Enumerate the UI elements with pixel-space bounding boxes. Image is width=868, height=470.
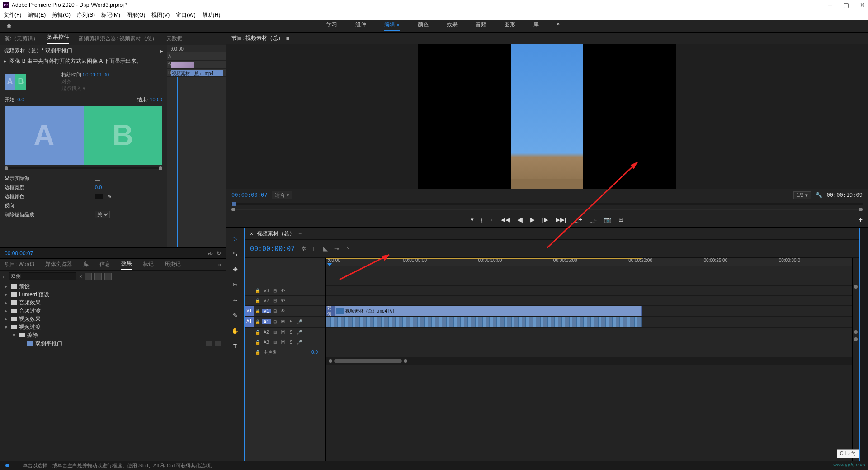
lock-icon[interactable]: 🔒 — [254, 350, 262, 355]
menu-window[interactable]: 窗口(W) — [176, 11, 195, 19]
tab-info[interactable]: 信息 — [99, 261, 110, 268]
ws-effects[interactable]: 效果 — [447, 21, 458, 31]
fx-filter-3-icon[interactable] — [104, 273, 112, 280]
effects-tree-item[interactable]: ▸Lumetri 预设 — [0, 290, 226, 299]
clear-search-icon[interactable]: × — [79, 274, 82, 279]
minimize-button[interactable]: ─ — [828, 1, 832, 9]
v2-sync-icon[interactable]: ⊟ — [271, 298, 279, 303]
v1-clip[interactable]: 双侧 视频素材（总）.mp4 [V] — [326, 306, 642, 316]
timeline-ruler[interactable]: :00:00 00:00:05:00 00:00:10:00 00:00:15:… — [326, 258, 852, 266]
project-tabs-overflow[interactable]: » — [218, 261, 221, 268]
out-button[interactable]: } — [490, 216, 492, 223]
program-tab-menu-icon[interactable]: ≡ — [286, 35, 289, 42]
ws-libraries[interactable]: 库 — [533, 21, 539, 31]
program-zoom-select[interactable]: 适合 ▾ — [272, 191, 292, 199]
v1-sync-icon[interactable]: ⊟ — [271, 309, 279, 313]
tl-wrench-icon[interactable]: ⟍ — [345, 245, 351, 252]
type-tool[interactable]: T — [231, 342, 240, 351]
v1-transition[interactable]: 双侧 — [326, 306, 335, 316]
step-fwd-button[interactable]: |▶ — [542, 216, 548, 223]
ec-mini-timeline[interactable]: :00:00 A fx B视频素材（总）.mp4 — [167, 45, 226, 247]
pen-tool[interactable]: ✎ — [231, 311, 240, 320]
master-level-value[interactable]: 0.0 — [311, 350, 318, 355]
master-expand-icon[interactable]: ⊣ — [321, 350, 326, 355]
v2-target[interactable]: V2 — [262, 298, 271, 303]
wrench-icon[interactable]: 🔧 — [816, 192, 822, 198]
ec-start-value[interactable]: 0.0 — [17, 97, 24, 102]
lock-icon[interactable]: 🔒 — [254, 309, 262, 313]
tl-snap-icon[interactable]: ✲ — [301, 245, 306, 252]
tab-effects[interactable]: 效果 — [121, 260, 132, 270]
program-tab[interactable]: 节目: 视频素材（总） — [231, 34, 283, 42]
ec-transition-bar[interactable] — [171, 62, 194, 68]
add-buttons-icon[interactable]: + — [859, 216, 863, 224]
lane-a2[interactable] — [326, 328, 852, 337]
a2-sync-icon[interactable]: ⊟ — [271, 330, 279, 335]
razor-tool[interactable]: ✂ — [231, 280, 240, 289]
ws-assembly[interactable]: 组件 — [355, 21, 366, 31]
goto-out-button[interactable]: ▶▶| — [556, 216, 566, 223]
effects-tree-item[interactable]: 双侧平推门 — [0, 339, 226, 347]
a1-target[interactable]: A1 — [262, 319, 271, 324]
ec-borderwidth-value[interactable]: 0.0 — [95, 185, 102, 190]
ec-bordercolor-swatch[interactable] — [95, 194, 103, 199]
timeline-vscroll[interactable] — [853, 258, 859, 461]
ec-preview-slider[interactable] — [5, 167, 162, 169]
ec-duration-value[interactable]: 00:00:01:00 — [83, 72, 109, 77]
tab-source[interactable]: 源:（无剪辑） — [5, 35, 38, 43]
a3-sync-icon[interactable]: ⊟ — [271, 340, 279, 345]
tab-libraries[interactable]: 库 — [83, 261, 89, 268]
a3-target[interactable]: A3 — [262, 340, 271, 345]
track-select-tool[interactable]: ⇆ — [231, 249, 240, 258]
play-button[interactable]: ▶ — [530, 216, 535, 223]
mic-icon[interactable]: 🎤 — [295, 340, 303, 345]
a1-sync-icon[interactable]: ⊟ — [271, 319, 279, 324]
program-resolution-select[interactable]: 1/2 ▾ — [793, 191, 811, 199]
mic-icon[interactable]: 🎤 — [295, 319, 303, 324]
menu-help[interactable]: 帮助(H) — [202, 11, 221, 19]
lane-a3[interactable] — [326, 337, 852, 347]
tab-audio-mixer[interactable]: 音频剪辑混合器: 视频素材（总） — [78, 35, 157, 43]
v3-sync-icon[interactable]: ⊟ — [271, 288, 279, 293]
tab-effect-controls[interactable]: 效果控件 — [47, 33, 69, 44]
tab-metadata[interactable]: 元数据 — [166, 35, 183, 43]
ec-clip-bar[interactable]: 视频素材（总）.mp4 — [171, 70, 223, 76]
effects-tree-item[interactable]: ▸预设 — [0, 282, 226, 290]
ec-end-value[interactable]: 100.0 — [150, 97, 162, 102]
timeline-playhead[interactable] — [330, 258, 330, 461]
lane-master[interactable] — [326, 347, 852, 357]
timeline-tab-menu-icon[interactable]: ≡ — [298, 231, 302, 237]
lane-a1[interactable] — [326, 317, 852, 328]
menu-markers[interactable]: 标记(M) — [101, 11, 120, 19]
lock-icon[interactable]: 🔒 — [254, 340, 262, 345]
ec-icon-1[interactable]: ▸▹ — [208, 250, 213, 256]
mic-icon[interactable]: 🎤 — [295, 330, 303, 335]
close-button[interactable]: ✕ — [860, 1, 865, 9]
ws-learn[interactable]: 学习 — [326, 21, 337, 31]
effects-tree-item[interactable]: ▾视频过渡 — [0, 323, 226, 331]
ec-reverse-checkbox[interactable] — [95, 203, 100, 208]
lock-icon[interactable]: 🔒 — [254, 298, 262, 303]
menu-clip[interactable]: 剪辑(C) — [52, 11, 71, 19]
fx-filter-1-icon[interactable] — [85, 273, 92, 280]
tl-link-icon[interactable]: ⊓ — [312, 245, 317, 252]
lock-icon[interactable]: 🔒 — [254, 330, 262, 335]
timeline-close-icon[interactable]: × — [250, 231, 253, 237]
marker-button[interactable]: ▾ — [471, 216, 474, 223]
lock-icon[interactable]: 🔒 — [254, 319, 262, 324]
tl-settings-icon[interactable]: ⊸ — [334, 245, 339, 252]
home-button[interactable] — [0, 20, 18, 32]
ws-graphics[interactable]: 图形 — [505, 21, 515, 31]
menu-graphics[interactable]: 图形(G) — [127, 11, 145, 19]
tab-markers[interactable]: 标记 — [143, 261, 154, 268]
timeline-sequence-tab[interactable]: 视频素材（总） — [257, 230, 295, 237]
timeline-timecode[interactable]: 00:00:00:07 — [250, 245, 295, 253]
program-timecode-left[interactable]: 00:00:00:07 — [231, 192, 267, 198]
v1-source[interactable]: V1 — [245, 306, 254, 316]
v1-eye-icon[interactable]: 👁 — [279, 309, 287, 313]
tab-history[interactable]: 历史记 — [165, 261, 181, 268]
ime-badge[interactable]: CH ♪ 简 — [837, 449, 859, 458]
goto-in-button[interactable]: |◀◀ — [500, 216, 510, 223]
program-scrubber[interactable] — [226, 201, 868, 207]
hand-tool[interactable]: ✋ — [231, 326, 240, 335]
